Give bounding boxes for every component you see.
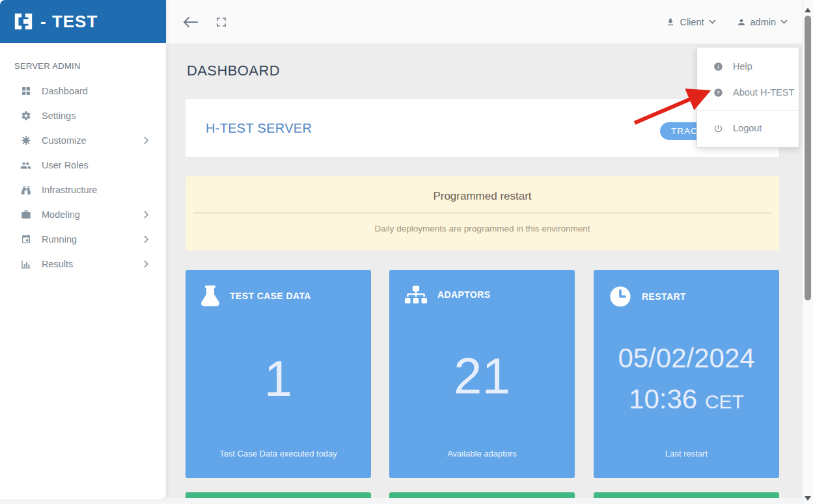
chevron-down-icon	[780, 20, 788, 24]
cog-icon	[20, 135, 32, 146]
power-icon	[713, 124, 724, 133]
question-circle-icon: ?	[713, 88, 724, 98]
scrollbar-thumb[interactable]	[805, 16, 811, 300]
user-menu: Help ? About H-TEST Logout	[696, 47, 799, 148]
sidebar-item-label: Results	[42, 259, 73, 269]
scrollbar-down-arrow[interactable]	[805, 496, 811, 501]
chevron-right-icon	[143, 235, 149, 243]
user-dropdown[interactable]: admin	[737, 17, 788, 27]
next-row-card-top	[389, 492, 575, 498]
stat-card-adaptors[interactable]: ADAPTORS 21 Available adaptors	[389, 270, 575, 478]
stat-card-value: 1	[186, 353, 371, 404]
stat-card-footer: Test Case Data executed today	[186, 449, 371, 458]
stat-card-title: TEST CASE DATA	[230, 291, 311, 301]
sidebar-heading: SERVER ADMIN	[0, 43, 166, 79]
app-window: - TEST SERVER ADMIN Dashboard Settings	[0, 0, 813, 504]
sidebar-item-label: Running	[42, 234, 77, 245]
user-menu-item-label: Help	[733, 61, 752, 72]
user-menu-item-about[interactable]: ? About H-TEST	[697, 79, 799, 105]
user-menu-item-label: About H-TEST	[733, 87, 794, 98]
sidebar-item-modeling[interactable]: Modeling	[0, 202, 166, 227]
chevron-right-icon	[143, 260, 149, 268]
sidebar-item-label: Settings	[42, 111, 76, 121]
server-card: H-TEST SERVER TRACE	[186, 99, 779, 157]
stat-card-test-case-data[interactable]: TEST CASE DATA 1 Test Case Data executed…	[186, 270, 371, 478]
restart-timezone: CET	[705, 391, 744, 412]
flask-icon	[201, 285, 219, 306]
stat-card-title: RESTART	[642, 291, 686, 302]
svg-text:?: ?	[717, 90, 720, 96]
sidebar-item-results[interactable]: Results	[0, 252, 166, 276]
gear-icon	[20, 111, 32, 121]
app-logo[interactable]: - TEST	[0, 0, 166, 43]
sidebar-item-label: Infrastructure	[42, 185, 97, 195]
username-label: admin	[751, 17, 777, 27]
stat-card-footer: Last restart	[594, 449, 779, 458]
app-title: - TEST	[40, 12, 98, 32]
sidebar: - TEST SERVER ADMIN Dashboard Settings	[0, 0, 166, 499]
chevron-right-icon	[143, 211, 149, 219]
sidebar-item-label: Modeling	[42, 209, 80, 220]
stat-card-footer: Available adaptors	[389, 449, 575, 458]
chevron-down-icon	[709, 20, 716, 24]
back-button[interactable]	[183, 17, 199, 27]
info-circle-icon	[713, 62, 724, 72]
server-card-title: H-TEST SERVER	[206, 121, 312, 136]
user-menu-item-label: Logout	[733, 123, 762, 133]
restart-time: 10:36 CET	[594, 385, 779, 414]
sidebar-item-dashboard[interactable]: Dashboard	[0, 79, 166, 103]
download-icon	[666, 18, 675, 27]
sidebar-item-user-roles[interactable]: User Roles	[0, 153, 166, 178]
sidebar-item-infrastructure[interactable]: Infrastructure	[0, 178, 166, 202]
brand-icon	[13, 11, 34, 32]
sitemap-icon	[405, 285, 427, 304]
alert-title: Programmed restart	[186, 190, 779, 203]
alert-divider	[193, 213, 771, 213]
topbar: Client admin	[166, 0, 802, 44]
stat-card-restart[interactable]: RESTART 05/02/2024 10:36 CET Last restar…	[594, 270, 779, 478]
alert-message: Daily deployments are programmed in this…	[186, 224, 779, 233]
client-dropdown[interactable]: Client	[666, 17, 715, 27]
page-title: DASHBOARD	[187, 62, 280, 79]
calendar-icon	[20, 234, 32, 245]
clock-icon	[609, 285, 631, 308]
sidebar-item-running[interactable]: Running	[0, 227, 166, 252]
bar-chart-icon	[20, 259, 32, 269]
scrollbar-up-arrow[interactable]	[805, 8, 811, 12]
briefcase-icon	[20, 209, 32, 220]
sidebar-item-settings[interactable]: Settings	[0, 103, 166, 128]
user-menu-item-logout[interactable]: Logout	[697, 115, 799, 141]
restart-date: 05/02/2024	[594, 344, 779, 373]
users-icon	[20, 161, 32, 170]
stat-card-value: 21	[389, 351, 575, 401]
sidebar-item-label: Customize	[42, 135, 87, 146]
sidebar-item-label: User Roles	[42, 160, 89, 170]
stat-card-title: ADAPTORS	[437, 289, 491, 300]
client-label: Client	[680, 17, 704, 27]
next-row-card-top	[186, 492, 371, 498]
fullscreen-icon[interactable]	[215, 16, 227, 28]
sidebar-item-label: Dashboard	[42, 86, 88, 96]
binoculars-icon	[20, 185, 32, 195]
chevron-right-icon	[143, 137, 149, 144]
vertical-scrollbar[interactable]	[802, 0, 813, 504]
menu-divider	[697, 110, 799, 111]
sidebar-item-customize[interactable]: Customize	[0, 128, 166, 153]
dashboard-icon	[20, 86, 32, 96]
user-menu-item-help[interactable]: Help	[697, 53, 799, 79]
user-icon	[737, 18, 746, 27]
next-row-card-top	[594, 492, 779, 498]
programmed-restart-alert: Programmed restart Daily deployments are…	[186, 176, 779, 250]
